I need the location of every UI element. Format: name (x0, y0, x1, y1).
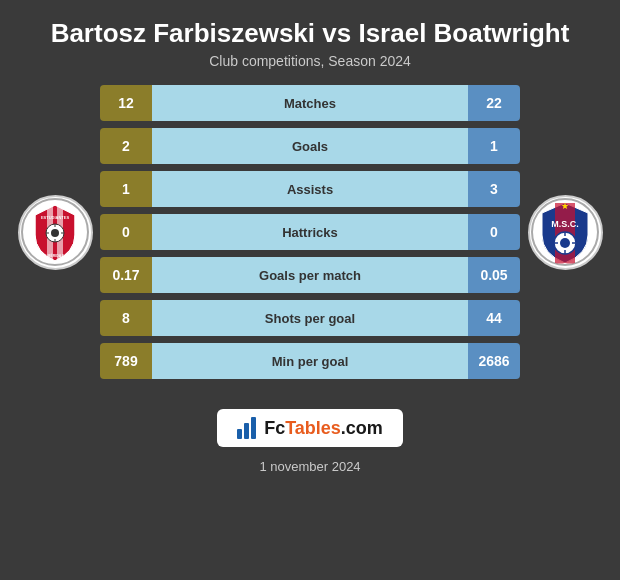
hattricks-left-value: 0 (100, 214, 152, 250)
stat-row-goals: 2 Goals 1 (100, 128, 520, 164)
header: Bartosz Farbiszewski vs Israel Boatwrigh… (0, 0, 620, 75)
hattricks-bar: Hattricks (152, 214, 468, 250)
stat-row-goals-per-match: 0.17 Goals per match 0.05 (100, 257, 520, 293)
stat-row-shots-per-goal: 8 Shots per goal 44 (100, 300, 520, 336)
goals-left-value: 2 (100, 128, 152, 164)
min-per-goal-bar: Min per goal (152, 343, 468, 379)
matches-right-value: 22 (468, 85, 520, 121)
min-per-goal-right-value: 2686 (468, 343, 520, 379)
assists-right-value: 3 (468, 171, 520, 207)
hattricks-label: Hattricks (282, 225, 338, 240)
stat-row-matches: 12 Matches 22 (100, 85, 520, 121)
shots-per-goal-left-value: 8 (100, 300, 152, 336)
fctables-text: FcTables.com (264, 418, 383, 439)
assists-bar: Assists (152, 171, 468, 207)
shots-per-goal-bar: Shots per goal (152, 300, 468, 336)
svg-text:ESTUDIANTES: ESTUDIANTES (41, 215, 70, 220)
svg-text:M.S.C.: M.S.C. (551, 219, 579, 229)
matches-bar: Matches (152, 85, 468, 121)
fctables-banner: FcTables.com (217, 409, 403, 447)
footer-date: 1 november 2024 (259, 459, 360, 474)
hattricks-right-value: 0 (468, 214, 520, 250)
goals-per-match-bar: Goals per match (152, 257, 468, 293)
goals-per-match-label: Goals per match (259, 268, 361, 283)
stats-container: 12 Matches 22 2 Goals 1 1 Assists 3 0 Ha… (100, 85, 520, 379)
shots-per-goal-right-value: 44 (468, 300, 520, 336)
goals-label: Goals (292, 139, 328, 154)
svg-point-14 (560, 238, 570, 248)
right-logo-circle: M.S.C. (528, 195, 603, 270)
team-logo-left: ESTUDIANTES DE MÉRIDA F.C. (10, 195, 100, 270)
goals-right-value: 1 (468, 128, 520, 164)
goals-per-match-left-value: 0.17 (100, 257, 152, 293)
svg-text:DE MÉRIDA F.C.: DE MÉRIDA F.C. (42, 253, 69, 258)
min-per-goal-left-value: 789 (100, 343, 152, 379)
right-team-badge: M.S.C. (530, 197, 600, 267)
left-logo-circle: ESTUDIANTES DE MÉRIDA F.C. (18, 195, 93, 270)
svg-point-4 (51, 229, 59, 237)
team-logo-right: M.S.C. (520, 195, 610, 270)
goals-bar: Goals (152, 128, 468, 164)
matches-label: Matches (284, 96, 336, 111)
assists-label: Assists (287, 182, 333, 197)
stat-row-assists: 1 Assists 3 (100, 171, 520, 207)
fctables-section: FcTables.com (217, 395, 403, 447)
goals-per-match-right-value: 0.05 (468, 257, 520, 293)
assists-left-value: 1 (100, 171, 152, 207)
matches-left-value: 12 (100, 85, 152, 121)
competition-subtitle: Club competitions, Season 2024 (10, 53, 610, 69)
left-team-badge: ESTUDIANTES DE MÉRIDA F.C. (20, 197, 90, 267)
match-title: Bartosz Farbiszewski vs Israel Boatwrigh… (10, 18, 610, 49)
stat-row-hattricks: 0 Hattricks 0 (100, 214, 520, 250)
shots-per-goal-label: Shots per goal (265, 311, 355, 326)
min-per-goal-label: Min per goal (272, 354, 349, 369)
fctables-chart-icon (237, 417, 256, 439)
stat-row-min-per-goal: 789 Min per goal 2686 (100, 343, 520, 379)
main-content: ESTUDIANTES DE MÉRIDA F.C. 12 Matches 22… (0, 75, 620, 379)
